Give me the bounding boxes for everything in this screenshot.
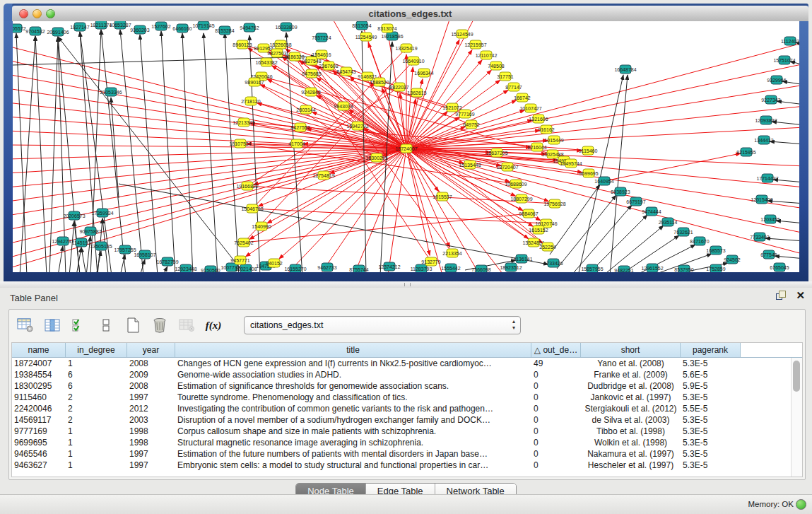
graph-node[interactable]: 16958107 xyxy=(134,250,155,259)
graph-node[interactable]: 2213354 xyxy=(442,249,461,257)
graph-node[interactable]: 1555442 xyxy=(441,264,460,272)
cell-year[interactable]: 1998 xyxy=(127,426,175,437)
graph-node[interactable]: 16543382 xyxy=(255,58,277,66)
graph-node[interactable]: 1827147 xyxy=(70,23,89,31)
column-header-short[interactable]: short xyxy=(581,343,681,357)
graph-node[interactable]: 19756928 xyxy=(543,199,565,208)
panel-splitter[interactable] xyxy=(0,281,812,288)
graph-node[interactable]: 9474444 xyxy=(642,207,661,216)
cell-name[interactable]: 9465546 xyxy=(12,448,66,460)
graph-node[interactable]: 7733403 xyxy=(750,233,769,241)
graph-node[interactable]: 12215957 xyxy=(464,40,486,49)
graph-node[interactable]: 6466160 xyxy=(172,24,192,33)
function-builder-button[interactable]: f(x) xyxy=(204,316,223,334)
graph-node[interactable]: 16648784 xyxy=(614,65,636,74)
cell-year[interactable]: 2003 xyxy=(127,414,175,426)
cell-year[interactable]: 1997 xyxy=(127,448,175,460)
citation-network-graph[interactable]: 2405572970453220691406182714718211374106… xyxy=(13,21,799,272)
graph-node[interactable]: 10719145 xyxy=(192,21,214,30)
graph-node[interactable]: 12093832 xyxy=(755,116,777,124)
table-row[interactable]: 1872400712008Changes of HCN gene express… xyxy=(12,358,791,369)
table-row[interactable]: 1938455462009Genome-wide association stu… xyxy=(12,369,791,380)
window-titlebar[interactable]: citations_edges.txt xyxy=(12,6,808,22)
graph-node[interactable]: 9884067 xyxy=(519,209,538,218)
float-panel-icon[interactable] xyxy=(776,291,786,300)
cell-short[interactable]: Wolkin et al. (1998) xyxy=(581,437,681,448)
column-header-title[interactable]: title xyxy=(175,343,531,357)
cell-name[interactable]: 9463627 xyxy=(12,460,66,471)
cell-in_degree[interactable]: 1 xyxy=(66,358,127,369)
cell-out_degree[interactable]: 0 xyxy=(531,392,581,403)
cell-short[interactable]: Stergiakouli et al. (2012) xyxy=(581,403,681,414)
graph-node[interactable]: 12923448 xyxy=(175,264,196,272)
cell-pagerank[interactable]: 5.3E-5 xyxy=(681,426,741,437)
graph-node[interactable]: 18107534 xyxy=(229,139,251,148)
graph-node[interactable]: 15857955 xyxy=(581,264,603,272)
graph-node[interactable]: 10688609 xyxy=(505,180,526,188)
graph-node[interactable]: 14136141 xyxy=(510,255,532,263)
cell-name[interactable]: 18724007 xyxy=(12,358,66,369)
graph-node[interactable]: 13325419 xyxy=(395,44,417,52)
graph-node[interactable]: 90975887 xyxy=(79,227,101,235)
table-row[interactable]: 977716911998Corpus callosum shape and si… xyxy=(12,426,791,437)
column-header-out_degree[interactable]: △ out_de… xyxy=(531,343,581,357)
cell-pagerank[interactable]: 5.6E-5 xyxy=(681,369,741,380)
cell-title[interactable]: Embryonic stem cells: a model to study s… xyxy=(175,460,531,471)
graph-node[interactable]: 17359934 xyxy=(91,209,113,217)
graph-node[interactable]: 6679197 xyxy=(626,197,645,206)
graph-node[interactable]: 677545 xyxy=(760,250,777,259)
cell-short[interactable]: Jankovic et al. (1997) xyxy=(581,392,681,403)
graph-node[interactable]: 7632621 xyxy=(673,228,693,236)
graph-node[interactable]: 1112403 xyxy=(781,37,799,45)
graph-node[interactable]: 1344413 xyxy=(754,136,773,144)
cell-in_degree[interactable]: 1 xyxy=(66,426,127,437)
cell-year[interactable]: 1997 xyxy=(127,460,175,471)
cell-in_degree[interactable]: 6 xyxy=(66,369,127,380)
graph-node[interactable]: 8471670 xyxy=(690,237,709,245)
graph-node[interactable]: 2935114 xyxy=(659,218,678,226)
cell-in_degree[interactable]: 2 xyxy=(66,414,127,426)
cell-out_degree[interactable]: 0 xyxy=(531,380,581,392)
graph-node[interactable]: 2718120 xyxy=(241,97,260,105)
column-header-in_degree[interactable]: in_degree xyxy=(66,343,127,357)
cell-in_degree[interactable]: 1 xyxy=(66,460,127,471)
graph-node[interactable]: 15124549 xyxy=(451,30,473,38)
graph-node[interactable]: 20691406 xyxy=(47,28,69,36)
graph-node[interactable]: 1752859 xyxy=(706,264,725,272)
column-header-name[interactable]: name xyxy=(12,343,66,357)
cell-pagerank[interactable]: 5.3E-5 xyxy=(681,448,741,460)
cell-name[interactable]: 19384554 xyxy=(12,369,66,380)
cell-pagerank[interactable]: 5.3E-5 xyxy=(681,358,741,369)
graph-node[interactable]: 1588520 xyxy=(370,78,389,86)
cell-in_degree[interactable]: 2 xyxy=(66,392,127,403)
graph-node[interactable]: 9827503 xyxy=(267,49,286,57)
graph-node[interactable]: 18923512 xyxy=(500,263,522,271)
cell-name[interactable]: 14569117 xyxy=(12,414,66,426)
table-row[interactable]: 1456911722003Disruption of a novel membe… xyxy=(12,414,791,426)
cell-short[interactable]: Dudbridge et al. (2008) xyxy=(581,380,681,392)
graph-node[interactable]: 317751 xyxy=(497,72,513,81)
column-header-year[interactable]: year xyxy=(127,343,175,357)
graph-node[interactable]: 9115460 xyxy=(579,146,598,155)
graph-node[interactable]: 8153284 xyxy=(215,26,234,35)
graph-node[interactable]: 1733426 xyxy=(543,259,563,267)
table-row[interactable]: 946362711997Embryonic stem cells: a mode… xyxy=(12,460,791,471)
cell-pagerank[interactable]: 5.3E-5 xyxy=(681,437,741,448)
graph-node[interactable]: 8215955 xyxy=(736,148,755,156)
cell-title[interactable]: Investigating the contribution of common… xyxy=(175,403,531,414)
table-source-dropdown[interactable]: citations_edges.txt ▴▾ xyxy=(244,316,521,334)
graph-node[interactable]: 16640910 xyxy=(402,57,424,65)
graph-node[interactable]: 9494762 xyxy=(240,23,259,32)
graph-node[interactable]: 924502 xyxy=(724,255,740,264)
graph-node[interactable]: 12110742 xyxy=(476,51,498,59)
cell-title[interactable]: Estimation of the future numbers of pati… xyxy=(175,448,531,460)
cell-name[interactable]: 9699695 xyxy=(12,437,66,448)
graph-node[interactable]: 16033809 xyxy=(275,23,297,31)
cell-out_degree[interactable]: 0 xyxy=(531,369,581,380)
graph-node[interactable]: 15751074 xyxy=(773,56,795,64)
select-rows-button[interactable] xyxy=(70,316,88,334)
cell-in_degree[interactable]: 1 xyxy=(66,437,127,448)
graph-node[interactable]: 1640954 xyxy=(594,177,613,185)
row-height-button[interactable] xyxy=(97,316,115,334)
graph-node[interactable]: 9462733 xyxy=(317,263,336,271)
